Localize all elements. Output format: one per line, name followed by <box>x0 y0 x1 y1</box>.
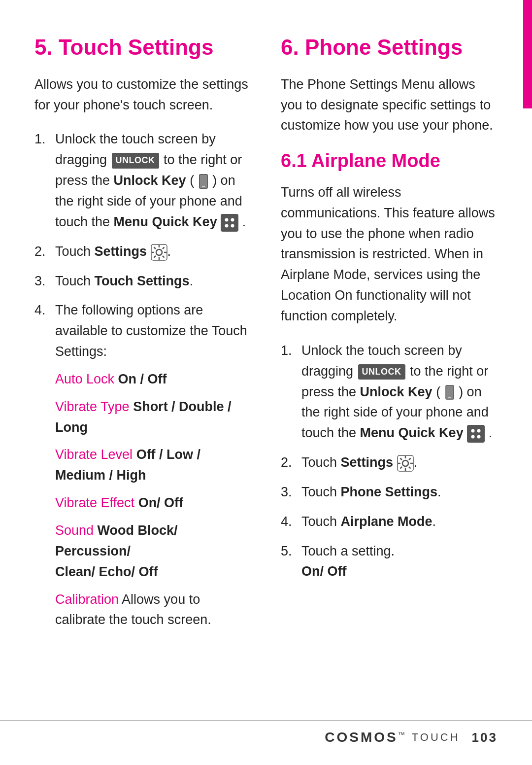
option-sound-label: Sound <box>55 523 94 538</box>
option-vibrate-type-label: Vibrate Type <box>55 399 130 414</box>
page-container: 5. Touch Settings Allows you to customiz… <box>0 0 532 765</box>
phone-step-3: 3. Touch Phone Settings. <box>281 482 498 503</box>
step-4-content: The following options are available to c… <box>55 300 251 637</box>
unlock-badge-2: UNLOCK <box>358 364 405 380</box>
phone-settings-step-label: Phone Settings <box>341 485 438 499</box>
gear-icon-1 <box>151 244 167 261</box>
svg-line-31 <box>409 458 411 460</box>
phone-step-2-num: 2. <box>281 452 301 473</box>
step-2: 2. Touch Settings <box>34 242 251 262</box>
svg-point-6 <box>231 224 234 227</box>
svg-point-21 <box>477 429 481 433</box>
touch-settings-step-label: Touch Settings <box>95 274 190 288</box>
svg-line-30 <box>409 467 411 469</box>
option-vibrate-effect: Vibrate Effect On/ Off <box>55 493 251 514</box>
svg-line-32 <box>400 467 402 469</box>
step-1: 1. Unlock the touch screen by dragging U… <box>34 129 251 232</box>
phone-key-icon-1 <box>199 174 208 189</box>
phone-step-5: 5. Touch a setting. On/ Off <box>281 541 498 583</box>
gear-icon-2 <box>397 455 414 472</box>
svg-rect-19 <box>467 425 485 443</box>
svg-line-15 <box>154 256 156 258</box>
phone-step-4-num: 4. <box>281 512 301 532</box>
svg-rect-1 <box>202 186 205 187</box>
step-1-content: Unlock the touch screen by dragging UNLO… <box>55 129 251 232</box>
touch-settings-options: Auto Lock On / Off Vibrate Type Short / … <box>55 369 251 630</box>
phone-step-2-content: Touch Settings <box>301 452 498 473</box>
svg-line-14 <box>163 247 165 249</box>
option-vibrate-effect-label: Vibrate Effect <box>55 495 134 510</box>
brand-tm: ™ <box>398 730 405 738</box>
phone-key-icon-2 <box>445 385 454 400</box>
step-2-content: Touch Settings <box>55 242 251 262</box>
option-auto-lock-label: Auto Lock <box>55 372 114 386</box>
phone-settings-section: 6. Phone Settings The Phone Settings Men… <box>281 35 498 646</box>
phone-step-3-content: Touch Phone Settings. <box>301 482 498 503</box>
touch-settings-title: 5. Touch Settings <box>34 35 251 61</box>
svg-point-24 <box>402 460 408 466</box>
option-vibrate-effect-value: On/ Off <box>138 495 183 510</box>
airplane-mode-step-label: Airplane Mode <box>341 514 432 529</box>
svg-rect-2 <box>221 214 238 232</box>
svg-point-7 <box>156 249 162 255</box>
step-4-num: 4. <box>34 300 55 321</box>
svg-point-23 <box>477 435 481 439</box>
phone-step-1-num: 1. <box>281 341 301 361</box>
brand-logo: COSMOS™ TOUCH 103 <box>325 730 498 745</box>
unlock-key-label-1: Unlock Key <box>114 173 186 188</box>
phone-settings-intro: The Phone Settings Menu allows you to de… <box>281 74 498 137</box>
two-column-layout: 5. Touch Settings Allows you to customiz… <box>34 35 498 646</box>
unlock-badge-1: UNLOCK <box>112 153 159 169</box>
phone-step-4-content: Touch Airplane Mode. <box>301 512 498 532</box>
step-3: 3. Touch Touch Settings. <box>34 271 251 292</box>
step-4: 4. The following options are available t… <box>34 300 251 637</box>
step-2-num: 2. <box>34 242 55 262</box>
svg-point-4 <box>231 218 234 221</box>
svg-point-3 <box>225 218 229 221</box>
phone-step-1: 1. Unlock the touch screen by dragging U… <box>281 341 498 444</box>
step-1-num: 1. <box>34 129 55 150</box>
step-3-content: Touch Touch Settings. <box>55 271 251 292</box>
accent-bar <box>523 0 532 108</box>
airplane-mode-steps: 1. Unlock the touch screen by dragging U… <box>281 341 498 582</box>
option-calibration: Calibration Allows you to calibrate the … <box>55 590 251 631</box>
phone-step-5-num: 5. <box>281 541 301 562</box>
option-auto-lock-value: On / Off <box>118 372 167 386</box>
svg-point-5 <box>225 224 229 227</box>
phone-step-5-value: On/ Off <box>301 564 346 579</box>
menu-key-icon-1 <box>221 214 238 232</box>
phone-step-5-content: Touch a setting. On/ Off <box>301 541 498 583</box>
svg-line-13 <box>163 256 165 258</box>
airplane-mode-title: 6.1 Airplane Mode <box>281 150 498 173</box>
svg-line-29 <box>400 458 402 460</box>
phone-step-2: 2. Touch Settings <box>281 452 498 473</box>
option-calibration-label: Calibration <box>55 592 119 607</box>
menu-key-icon-2 <box>467 425 485 443</box>
airplane-mode-intro: Turns off all wireless communications. T… <box>281 182 498 327</box>
svg-rect-18 <box>448 397 451 398</box>
phone-step-1-content: Unlock the touch screen by dragging UNLO… <box>301 341 498 444</box>
option-auto-lock: Auto Lock On / Off <box>55 369 251 390</box>
option-sound: Sound Wood Block/ Percussion/Clean/ Echo… <box>55 521 251 583</box>
svg-point-20 <box>471 429 475 433</box>
touch-settings-steps: 1. Unlock the touch screen by dragging U… <box>34 129 251 637</box>
brand-name: COSMOS™ <box>325 730 404 745</box>
option-vibrate-level-label: Vibrate Level <box>55 447 133 462</box>
svg-line-12 <box>154 247 156 249</box>
menu-quick-key-label-2: Menu Quick Key <box>360 425 464 440</box>
brand-touch: TOUCH <box>412 731 460 744</box>
touch-settings-section: 5. Touch Settings Allows you to customiz… <box>34 35 251 646</box>
settings-label-2: Settings <box>95 244 147 259</box>
page-footer: COSMOS™ TOUCH 103 <box>0 720 532 745</box>
menu-quick-key-label-1: Menu Quick Key <box>114 214 217 229</box>
settings-label-r2: Settings <box>341 455 394 470</box>
touch-settings-intro: Allows you to customize the settings for… <box>34 74 251 116</box>
unlock-key-label-2: Unlock Key <box>360 384 432 399</box>
phone-settings-title: 6. Phone Settings <box>281 35 498 61</box>
svg-point-22 <box>471 435 475 439</box>
page-number: 103 <box>472 730 498 745</box>
option-vibrate-level: Vibrate Level Off / Low /Medium / High <box>55 445 251 486</box>
option-vibrate-type: Vibrate Type Short / Double /Long <box>55 397 251 438</box>
phone-step-3-num: 3. <box>281 482 301 503</box>
phone-step-4: 4. Touch Airplane Mode. <box>281 512 498 532</box>
